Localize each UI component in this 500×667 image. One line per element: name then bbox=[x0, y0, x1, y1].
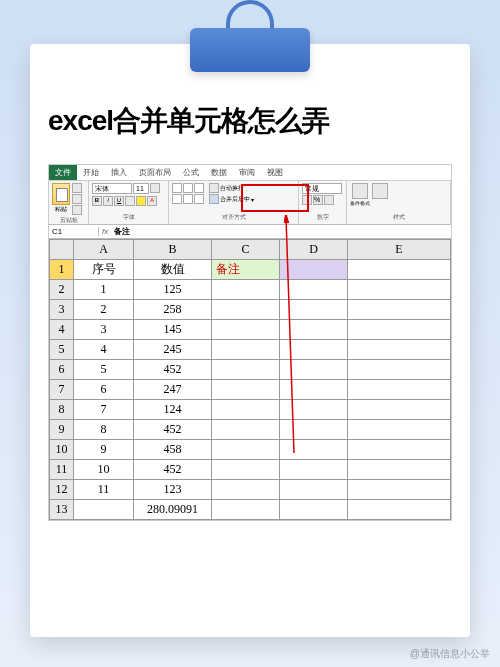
cell-A[interactable]: 1 bbox=[74, 280, 134, 300]
cell-E[interactable] bbox=[348, 280, 451, 300]
tab-file[interactable]: 文件 bbox=[49, 165, 77, 180]
cell-A[interactable]: 9 bbox=[74, 440, 134, 460]
cell-B[interactable]: 123 bbox=[134, 480, 212, 500]
cell-D[interactable] bbox=[280, 420, 348, 440]
cell-A[interactable]: 3 bbox=[74, 320, 134, 340]
tab-view[interactable]: 视图 bbox=[261, 165, 289, 180]
cell-D[interactable] bbox=[280, 340, 348, 360]
align-middle-icon[interactable] bbox=[183, 183, 193, 193]
cell-C[interactable] bbox=[212, 360, 280, 380]
cell-D[interactable] bbox=[280, 500, 348, 520]
cell-D[interactable] bbox=[280, 280, 348, 300]
cell-E[interactable] bbox=[348, 300, 451, 320]
formula-input[interactable]: 备注 bbox=[111, 226, 451, 237]
cell-C[interactable] bbox=[212, 340, 280, 360]
row-header[interactable]: 3 bbox=[50, 300, 74, 320]
cell-A[interactable]: 4 bbox=[74, 340, 134, 360]
cell-C[interactable] bbox=[212, 480, 280, 500]
cell-C[interactable] bbox=[212, 280, 280, 300]
align-right-icon[interactable] bbox=[194, 194, 204, 204]
cell-E[interactable] bbox=[348, 440, 451, 460]
align-top-icon[interactable] bbox=[172, 183, 182, 193]
col-C[interactable]: C bbox=[212, 240, 280, 260]
cell-B1[interactable]: 数值 bbox=[134, 260, 212, 280]
corner-cell[interactable] bbox=[50, 240, 74, 260]
font-grow-icon[interactable] bbox=[150, 183, 160, 193]
cell-B[interactable]: 145 bbox=[134, 320, 212, 340]
tab-home[interactable]: 开始 bbox=[77, 165, 105, 180]
row-header[interactable]: 6 bbox=[50, 360, 74, 380]
cell-C[interactable] bbox=[212, 320, 280, 340]
cell-A[interactable] bbox=[74, 500, 134, 520]
cell-B[interactable]: 280.09091 bbox=[134, 500, 212, 520]
tab-formulas[interactable]: 公式 bbox=[177, 165, 205, 180]
row-header[interactable]: 5 bbox=[50, 340, 74, 360]
cell-C[interactable] bbox=[212, 300, 280, 320]
cell-D[interactable] bbox=[280, 360, 348, 380]
table-format-icon[interactable] bbox=[372, 183, 388, 199]
cell-D[interactable] bbox=[280, 320, 348, 340]
cell-D[interactable] bbox=[280, 480, 348, 500]
row-header[interactable]: 13 bbox=[50, 500, 74, 520]
cell-C[interactable] bbox=[212, 400, 280, 420]
font-color-icon[interactable]: A bbox=[147, 196, 157, 206]
cell-E[interactable] bbox=[348, 480, 451, 500]
cell-E[interactable] bbox=[348, 400, 451, 420]
cell-B[interactable]: 247 bbox=[134, 380, 212, 400]
conditional-format-icon[interactable] bbox=[352, 183, 368, 199]
cell-E[interactable] bbox=[348, 320, 451, 340]
fx-icon[interactable]: fx bbox=[99, 227, 111, 236]
cell-B[interactable]: 452 bbox=[134, 420, 212, 440]
row-header[interactable]: 8 bbox=[50, 400, 74, 420]
cell-E[interactable] bbox=[348, 460, 451, 480]
cell-C[interactable] bbox=[212, 500, 280, 520]
row-header[interactable]: 7 bbox=[50, 380, 74, 400]
cell-B[interactable]: 458 bbox=[134, 440, 212, 460]
cell-C[interactable] bbox=[212, 460, 280, 480]
cell-D[interactable] bbox=[280, 460, 348, 480]
tab-insert[interactable]: 插入 bbox=[105, 165, 133, 180]
row-header[interactable]: 4 bbox=[50, 320, 74, 340]
cell-A[interactable]: 2 bbox=[74, 300, 134, 320]
cell-A[interactable]: 7 bbox=[74, 400, 134, 420]
cell-D[interactable] bbox=[280, 400, 348, 420]
cell-C[interactable] bbox=[212, 420, 280, 440]
merge-center-button[interactable]: 合并后居中 ▾ bbox=[209, 194, 254, 204]
col-A[interactable]: A bbox=[74, 240, 134, 260]
copy-icon[interactable] bbox=[72, 194, 82, 204]
border-icon[interactable] bbox=[125, 196, 135, 206]
cell-A1[interactable]: 序号 bbox=[74, 260, 134, 280]
cell-D1[interactable] bbox=[280, 260, 348, 280]
percent-icon[interactable]: % bbox=[313, 195, 323, 205]
font-name-select[interactable]: 宋体 bbox=[92, 183, 132, 194]
underline-icon[interactable]: U bbox=[114, 196, 124, 206]
font-size-select[interactable]: 11 bbox=[133, 183, 149, 194]
tab-page-layout[interactable]: 页面布局 bbox=[133, 165, 177, 180]
italic-icon[interactable]: I bbox=[103, 196, 113, 206]
row-1-header[interactable]: 1 bbox=[50, 260, 74, 280]
cell-E1[interactable] bbox=[348, 260, 451, 280]
cell-B[interactable]: 125 bbox=[134, 280, 212, 300]
name-box[interactable]: C1 bbox=[49, 227, 99, 236]
bold-icon[interactable]: B bbox=[92, 196, 102, 206]
cell-A[interactable]: 8 bbox=[74, 420, 134, 440]
col-D[interactable]: D bbox=[280, 240, 348, 260]
wrap-text-button[interactable]: 自动换行 bbox=[209, 183, 254, 193]
comma-icon[interactable] bbox=[324, 195, 334, 205]
cell-A[interactable]: 10 bbox=[74, 460, 134, 480]
cell-B[interactable]: 258 bbox=[134, 300, 212, 320]
col-B[interactable]: B bbox=[134, 240, 212, 260]
cell-A[interactable]: 5 bbox=[74, 360, 134, 380]
align-bottom-icon[interactable] bbox=[194, 183, 204, 193]
cut-icon[interactable] bbox=[72, 183, 82, 193]
cell-B[interactable]: 452 bbox=[134, 360, 212, 380]
cell-B[interactable]: 124 bbox=[134, 400, 212, 420]
align-left-icon[interactable] bbox=[172, 194, 182, 204]
row-header[interactable]: 10 bbox=[50, 440, 74, 460]
row-header[interactable]: 11 bbox=[50, 460, 74, 480]
row-header[interactable]: 2 bbox=[50, 280, 74, 300]
row-header[interactable]: 12 bbox=[50, 480, 74, 500]
cell-C[interactable] bbox=[212, 380, 280, 400]
cell-D[interactable] bbox=[280, 380, 348, 400]
currency-icon[interactable] bbox=[302, 195, 312, 205]
